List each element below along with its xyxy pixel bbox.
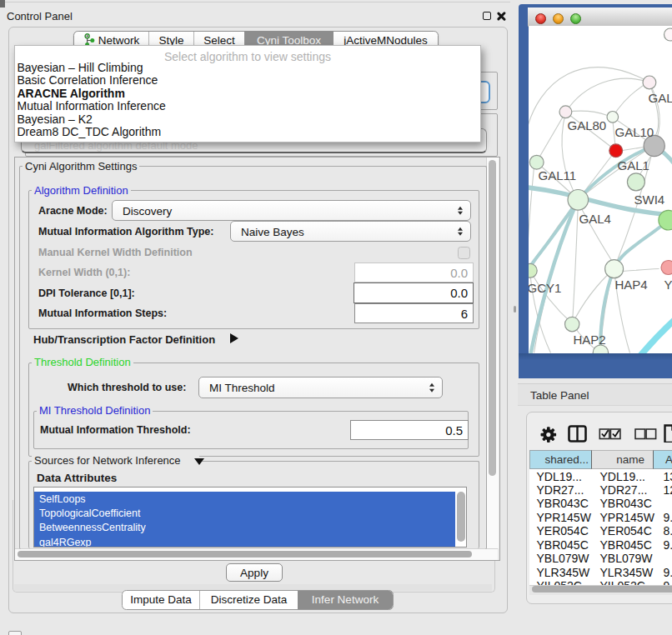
svg-text:GAL10: GAL10 bbox=[614, 124, 654, 138]
svg-text:GAL1: GAL1 bbox=[617, 158, 649, 172]
svg-text:GCY1: GCY1 bbox=[529, 281, 561, 295]
svg-text:SWI4: SWI4 bbox=[634, 192, 664, 206]
svg-text:HAP2: HAP2 bbox=[573, 332, 605, 347]
svg-text:GAL2: GAL2 bbox=[648, 90, 672, 104]
svg-text:YJ: YJ bbox=[664, 277, 672, 291]
svg-text:GAL11: GAL11 bbox=[538, 168, 576, 182]
svg-text:GAL4: GAL4 bbox=[579, 212, 610, 226]
svg-text:GAL80: GAL80 bbox=[567, 118, 606, 132]
svg-text:HAP4: HAP4 bbox=[614, 278, 647, 292]
